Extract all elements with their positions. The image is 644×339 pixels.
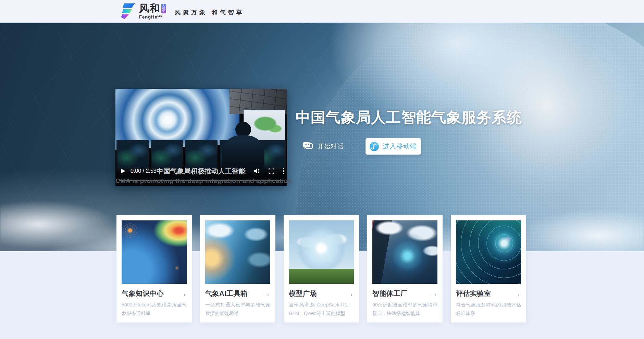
- card-model-plaza[interactable]: 模型广场 → 涵盖风和及 DeepSeek-R1 、GLM、Qwen等丰富的模型: [284, 215, 359, 323]
- card-image-model-plaza: [289, 220, 354, 284]
- card-title: 模型广场: [289, 289, 317, 298]
- mobile-app-icon: [370, 142, 379, 151]
- chat-bubble-icon: [303, 142, 313, 151]
- card-description: 一站式打通大模型与多维气象数据的智能桥梁: [205, 301, 270, 318]
- brand-tagline: 风聚万象 和气智享: [175, 9, 245, 16]
- logo-link[interactable]: 风和 大模型 FengHeLLM: [119, 2, 166, 20]
- hero-actions: 开始对话 进入移动端: [303, 138, 421, 155]
- mute-button[interactable]: [253, 168, 261, 174]
- video-subtitle-en: CMA is promoting the deep integration an…: [115, 177, 287, 185]
- page-title: 中国气象局人工智能气象服务系统: [296, 108, 522, 128]
- video-controls: 0:00 / 2:53 中国气象局积极推动人工智能: [115, 165, 287, 178]
- fullscreen-button[interactable]: [268, 168, 275, 174]
- intro-video-player[interactable]: 0:00 / 2:53 中国气象局积极推动人工智能 CMA is promoti…: [115, 89, 287, 186]
- fenghe-logo-icon: [119, 2, 136, 20]
- card-title: 气象AI工具箱: [205, 289, 248, 298]
- start-chat-button[interactable]: 开始对话: [303, 142, 344, 151]
- mobile-app-button[interactable]: 进入移动端: [366, 138, 421, 155]
- arrow-right-icon[interactable]: →: [263, 290, 270, 297]
- card-image-knowledge-center: [122, 220, 187, 284]
- logo-badge: 大模型: [161, 4, 166, 13]
- card-agent-factory[interactable]: 智能体工厂 → 60余适配语言模型的气象特色接口，快速搭建智能体: [367, 215, 443, 323]
- arrow-right-icon[interactable]: →: [430, 290, 437, 297]
- card-eval-lab[interactable]: 评估实验室 → 符合气象服务特色的四维评估标准体系: [451, 215, 526, 323]
- mobile-app-label: 进入移动端: [383, 142, 417, 151]
- card-title: 评估实验室: [456, 289, 491, 298]
- arrow-right-icon[interactable]: →: [347, 290, 354, 297]
- video-overflow-menu-button[interactable]: [283, 168, 284, 174]
- page: 风和 大模型 FengHeLLM 风聚万象 和气智享: [0, 0, 644, 339]
- card-description: 符合气象服务特色的四维评估标准体系: [456, 301, 521, 318]
- card-description: 60余适配语言模型的气象特色接口，快速搭建智能体: [372, 301, 437, 318]
- arrow-right-icon[interactable]: →: [179, 290, 187, 297]
- card-ai-toolbox[interactable]: 气象AI工具箱 → 一站式打通大模型与多维气象数据的智能桥梁: [200, 215, 275, 323]
- start-chat-label: 开始对话: [318, 142, 344, 150]
- feature-cards: 气象知识中心 → 5000万tokens大规模高质量气象服务语料库 气象AI工具…: [116, 215, 526, 323]
- video-time: 0:00 / 2:53: [131, 168, 157, 174]
- logo-name-cn: 风和: [139, 3, 160, 13]
- card-description: 5000万tokens大规模高质量气象服务语料库: [122, 301, 187, 318]
- card-description: 涵盖风和及 DeepSeek-R1 、GLM、Qwen等丰富的模型: [289, 301, 354, 318]
- arrow-right-icon[interactable]: →: [514, 290, 521, 297]
- logo-name-en: FengHeLLM: [139, 13, 166, 20]
- card-title: 气象知识中心: [122, 289, 164, 298]
- card-image-ai-toolbox: [205, 220, 270, 284]
- card-knowledge-center[interactable]: 气象知识中心 → 5000万tokens大规模高质量气象服务语料库: [116, 215, 192, 323]
- header: 风和 大模型 FengHeLLM 风聚万象 和气智享: [0, 0, 644, 23]
- card-image-eval-lab: [456, 220, 521, 284]
- logo-text: 风和 大模型 FengHeLLM: [139, 3, 166, 20]
- card-title: 智能体工厂: [372, 289, 408, 298]
- play-button[interactable]: [121, 168, 126, 174]
- card-image-agent-factory: [372, 220, 437, 284]
- video-subtitle-cn: 中国气象局积极推动人工智能: [157, 167, 246, 176]
